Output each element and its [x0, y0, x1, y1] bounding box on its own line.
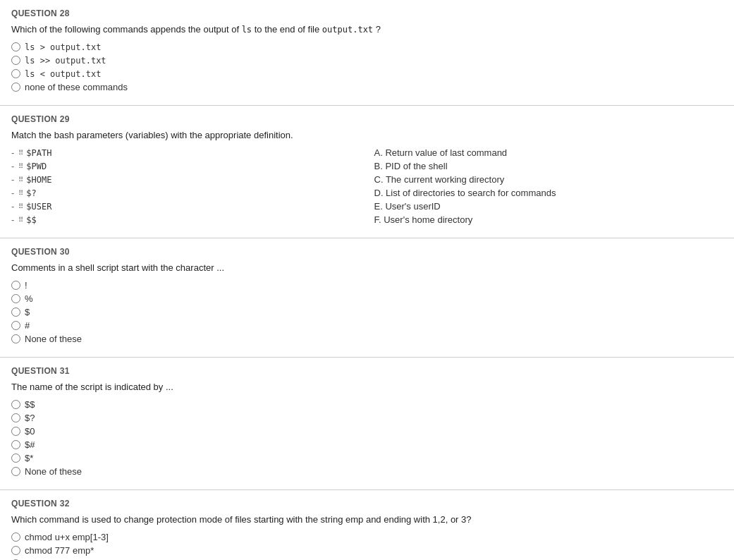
question-31-block: QUESTION 31 The name of the script is in… [0, 358, 734, 490]
q31-label-f[interactable]: None of these [25, 466, 82, 477]
q29-var-1: $PATH [26, 148, 51, 158]
q29-right-4: D. List of directories to search for com… [367, 188, 723, 198]
q29-left-1: - ⠿ $PATH [11, 147, 367, 158]
q30-label-c[interactable]: $ [25, 307, 30, 317]
q29-drag-4[interactable]: ⠿ [18, 190, 23, 197]
q29-drag-1[interactable]: ⠿ [18, 150, 23, 157]
q29-left-5: - ⠿ $USER [11, 201, 367, 212]
q29-right-1: A. Return value of last command [367, 147, 723, 158]
q30-option-b: % [11, 293, 723, 304]
question-29-text: Match the bash parameters (variables) wi… [11, 130, 723, 140]
question-32-text: Which command is used to change protecti… [11, 514, 723, 525]
q32-radio-b[interactable] [11, 546, 20, 555]
q31-radio-c[interactable] [11, 427, 20, 436]
q31-label-d[interactable]: $# [25, 439, 35, 450]
question-32-header: QUESTION 32 [11, 499, 723, 509]
q28-text-part1: Which of the following commands appends … [11, 24, 242, 35]
q29-var-4: $? [26, 188, 36, 198]
q29-match-6: - ⠿ $$ F. User's home directory [11, 214, 723, 225]
q29-match-4: - ⠿ $? D. List of directories to search … [11, 188, 723, 198]
q28-option-a: ls > output.txt [11, 42, 723, 52]
question-31-header: QUESTION 31 [11, 366, 723, 376]
q30-radio-c[interactable] [11, 308, 20, 317]
q31-label-a[interactable]: $$ [25, 399, 35, 410]
q31-option-f: None of these [11, 466, 723, 477]
q31-label-e[interactable]: $* [25, 453, 33, 463]
q30-label-b[interactable]: % [25, 293, 33, 304]
q32-label-a[interactable]: chmod u+x emp[1-3] [25, 532, 109, 542]
q29-dash-5: - [11, 201, 14, 212]
q28-radio-c[interactable] [11, 69, 20, 78]
q31-radio-d[interactable] [11, 440, 20, 449]
q29-dash-2: - [11, 161, 14, 171]
q29-match-3: - ⠿ $HOME C. The current working directo… [11, 174, 723, 185]
question-28-block: QUESTION 28 Which of the following comma… [0, 0, 734, 106]
q29-var-3: $HOME [26, 175, 51, 185]
q32-label-b[interactable]: chmod 777 emp* [25, 545, 94, 556]
q31-option-b: $? [11, 413, 723, 423]
q28-radio-a[interactable] [11, 42, 20, 51]
q31-option-d: $# [11, 439, 723, 450]
q31-radio-e[interactable] [11, 454, 20, 463]
q31-radio-b[interactable] [11, 413, 20, 422]
q29-dash-3: - [11, 174, 14, 185]
q29-right-6: F. User's home directory [367, 214, 723, 225]
q29-right-3: C. The current working directory [367, 174, 723, 185]
q30-option-e: None of these [11, 334, 723, 344]
q28-radio-d[interactable] [11, 83, 20, 92]
q29-dash-1: - [11, 147, 14, 158]
q29-match-1: - ⠿ $PATH A. Return value of last comman… [11, 147, 723, 158]
q29-drag-2[interactable]: ⠿ [18, 163, 23, 170]
question-30-header: QUESTION 30 [11, 247, 723, 257]
q29-left-6: - ⠿ $$ [11, 214, 367, 225]
q30-radio-e[interactable] [11, 334, 20, 343]
q31-label-c[interactable]: $0 [25, 426, 35, 437]
q31-label-b[interactable]: $? [25, 413, 35, 423]
q30-label-a[interactable]: ! [25, 280, 27, 291]
q32-radio-a[interactable] [11, 532, 20, 542]
q29-left-2: - ⠿ $PWD [11, 161, 367, 171]
question-28-text: Which of the following commands appends … [11, 24, 723, 35]
q32-option-b: chmod 777 emp* [11, 545, 723, 556]
q29-var-6: $$ [26, 215, 36, 225]
q28-text-part2: to the end of file [252, 24, 322, 35]
q28-option-c: ls < output.txt [11, 68, 723, 79]
q29-drag-5[interactable]: ⠿ [18, 203, 23, 210]
q30-label-e[interactable]: None of these [25, 334, 82, 344]
q31-option-e: $* [11, 453, 723, 463]
q31-radio-a[interactable] [11, 400, 20, 409]
q30-option-c: $ [11, 307, 723, 317]
q30-radio-a[interactable] [11, 281, 20, 290]
q29-drag-6[interactable]: ⠿ [18, 217, 23, 224]
q29-var-5: $USER [26, 202, 51, 212]
q30-label-d[interactable]: # [25, 320, 30, 331]
q28-radio-b[interactable] [11, 56, 20, 65]
q30-radio-b[interactable] [11, 294, 20, 303]
q31-option-a: $$ [11, 399, 723, 410]
q31-radio-f[interactable] [11, 467, 20, 476]
q28-code1: ls [242, 25, 252, 35]
question-32-block: QUESTION 32 Which command is used to cha… [0, 490, 734, 560]
q29-var-2: $PWD [26, 162, 47, 171]
q28-label-a[interactable]: ls > output.txt [25, 42, 101, 52]
question-31-text: The name of the script is indicated by .… [11, 382, 723, 392]
questions-container: QUESTION 28 Which of the following comma… [0, 0, 734, 560]
q29-right-5: E. User's userID [367, 201, 723, 212]
q28-option-d: none of these commands [11, 82, 723, 92]
q32-option-a: chmod u+x emp[1-3] [11, 532, 723, 542]
question-28-header: QUESTION 28 [11, 8, 723, 18]
q29-left-4: - ⠿ $? [11, 188, 367, 198]
q28-label-c[interactable]: ls < output.txt [25, 68, 101, 79]
q29-match-5: - ⠿ $USER E. User's userID [11, 201, 723, 212]
q31-option-c: $0 [11, 426, 723, 437]
q29-dash-6: - [11, 214, 14, 225]
q29-drag-3[interactable]: ⠿ [18, 176, 23, 183]
q29-left-3: - ⠿ $HOME [11, 174, 367, 185]
q29-match-2: - ⠿ $PWD B. PID of the shell [11, 161, 723, 171]
q28-label-d[interactable]: none of these commands [25, 82, 128, 92]
q28-option-b: ls >> output.txt [11, 55, 723, 66]
q30-option-d: # [11, 320, 723, 331]
q28-text-part3: ? [373, 24, 381, 35]
q30-radio-d[interactable] [11, 321, 20, 330]
q28-label-b[interactable]: ls >> output.txt [25, 55, 106, 66]
